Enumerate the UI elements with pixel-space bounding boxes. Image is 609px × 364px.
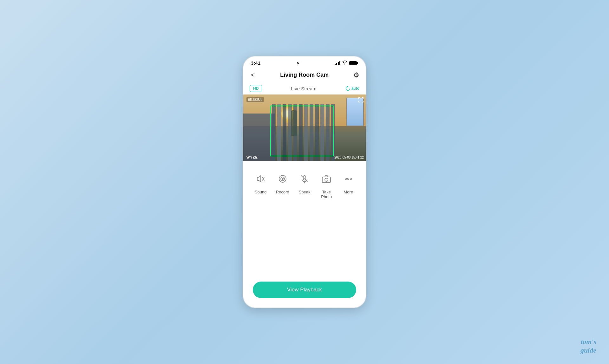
svg-point-10 (345, 178, 347, 180)
status-time: 3:41 (251, 60, 260, 66)
video-bitrate: 95.6KB/s (246, 97, 264, 102)
speak-label: Speak (299, 190, 311, 194)
view-playback-button[interactable]: View Playback (253, 282, 356, 298)
svg-point-4 (282, 178, 284, 180)
mic-muted-icon (299, 174, 310, 184)
auto-badge[interactable]: auto (345, 86, 359, 91)
signal-bars-icon (335, 61, 340, 65)
more-dots-icon (343, 174, 353, 184)
more-control[interactable]: More (338, 171, 359, 194)
status-bar: 3:41 ➤ (243, 56, 366, 68)
hd-badge[interactable]: HD (250, 85, 262, 92)
detection-box (270, 106, 334, 156)
video-area[interactable]: 95.6KB/s WYZE 2020-05-08 15:41:22 (243, 94, 366, 161)
more-label: More (344, 190, 353, 194)
controls-row: Sound Record (250, 171, 359, 199)
record-icon-wrap (274, 171, 291, 187)
more-icon-wrap (340, 171, 357, 187)
header: < Living Room Cam ⚙ (243, 68, 366, 83)
empty-content-area (243, 205, 366, 282)
auto-icon (345, 86, 350, 91)
battery-icon (349, 61, 358, 65)
watermark-line2: guide (580, 346, 596, 354)
record-control[interactable]: Record (272, 171, 293, 194)
svg-point-12 (350, 178, 352, 180)
sound-control[interactable]: Sound (250, 171, 271, 194)
playback-btn-area: View Playback (243, 282, 366, 308)
auto-label: auto (351, 86, 359, 91)
fullscreen-button[interactable] (358, 97, 364, 104)
sound-muted-icon (256, 174, 266, 184)
back-button[interactable]: < (250, 70, 256, 80)
take-photo-control[interactable]: Take Photo (316, 171, 337, 199)
camera-icon (321, 174, 331, 184)
svg-point-9 (325, 178, 328, 181)
svg-line-7 (301, 176, 308, 182)
wifi-icon (342, 60, 347, 66)
sound-label: Sound (255, 190, 267, 194)
watermark-line1: tom's (581, 338, 596, 346)
phone-frame: 3:41 ➤ (243, 56, 366, 308)
settings-button[interactable]: ⚙ (353, 71, 359, 79)
toms-guide-watermark: tom's guide (580, 338, 596, 354)
record-icon (278, 174, 288, 184)
svg-rect-8 (322, 177, 331, 183)
stream-bar: HD Live Stream auto (243, 83, 366, 94)
wyze-logo: WYZE (246, 155, 258, 159)
svg-point-11 (348, 178, 349, 180)
location-arrow-icon: ➤ (297, 61, 300, 65)
record-label: Record (276, 190, 289, 194)
speak-icon-wrap (296, 171, 313, 187)
video-timestamp: 2020-05-08 15:41:22 (334, 156, 364, 159)
camera-title: Living Room Cam (280, 72, 329, 78)
status-icons (335, 60, 358, 66)
take-photo-icon-wrap (318, 171, 335, 187)
take-photo-label: Take Photo (316, 190, 337, 199)
live-stream-label: Live Stream (291, 86, 316, 91)
sound-icon-wrap (252, 171, 269, 187)
controls-section: Sound Record (243, 161, 366, 205)
speak-control[interactable]: Speak (294, 171, 315, 194)
